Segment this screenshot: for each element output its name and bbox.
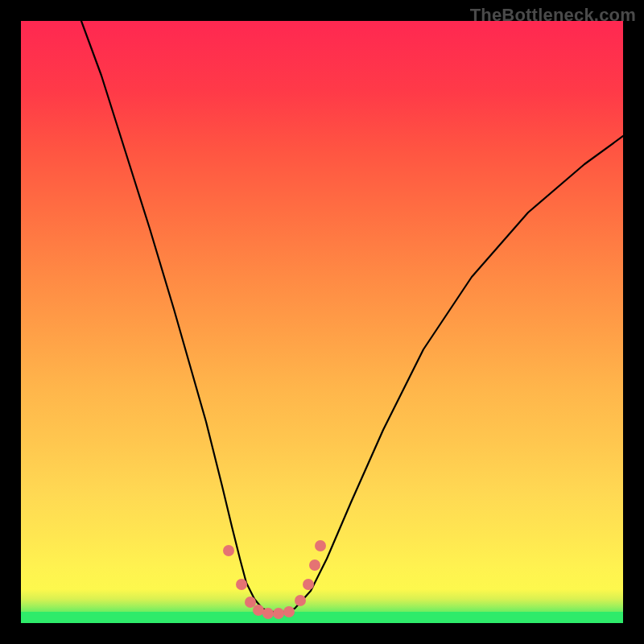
curve-marker-dot — [262, 608, 274, 619]
curve-marker-dot — [253, 605, 264, 616]
curve-marker-dot — [295, 595, 306, 606]
watermark-text: TheBottleneck.com — [470, 5, 636, 26]
curve-marker-dot — [315, 540, 326, 551]
curve-marker-dot — [236, 579, 247, 590]
curve-line — [81, 21, 623, 613]
chart-svg — [21, 21, 623, 623]
curve-marker-dot — [283, 606, 295, 617]
chart-frame — [21, 21, 623, 623]
curve-marker-dot — [309, 559, 320, 571]
curve-marker-dot — [273, 608, 284, 619]
curve-marker-dot — [245, 597, 256, 608]
curve-marker-dot — [223, 545, 234, 556]
curve-marker-dot — [303, 579, 314, 590]
